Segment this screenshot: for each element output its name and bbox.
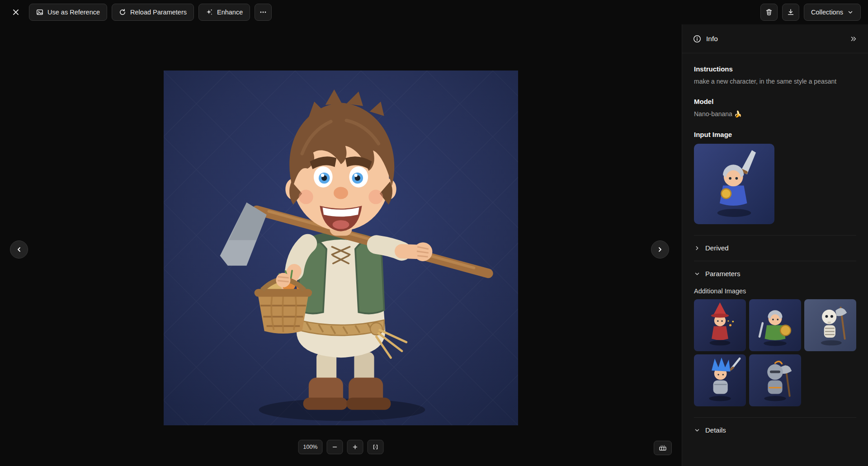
close-icon: [12, 8, 20, 16]
instructions-text: make a new character, in the same style …: [694, 77, 839, 86]
trash-icon: [765, 9, 773, 16]
plus-icon: [352, 444, 358, 450]
enhance-label: Enhance: [217, 9, 243, 16]
derived-section-toggle[interactable]: Derived: [694, 235, 856, 261]
delete-button[interactable]: [760, 4, 778, 21]
minus-icon: [331, 444, 338, 450]
additional-image-gray-knight[interactable]: [749, 354, 801, 406]
model-value: Nano-banana 🍌: [694, 109, 839, 118]
toggle-filmstrip-button[interactable]: [654, 441, 672, 455]
additional-image-wizard[interactable]: [694, 299, 746, 351]
app-window: Use as Reference Reload Parameters Enhan…: [0, 0, 868, 466]
enhance-sparkle-icon: [206, 9, 213, 16]
additional-images-label: Additional Images: [694, 287, 856, 295]
additional-image-skeleton[interactable]: [804, 299, 856, 351]
zoom-level-value: 100%: [303, 444, 318, 450]
additional-image-blue-knight[interactable]: [694, 354, 746, 406]
filmstrip-icon: [659, 444, 667, 452]
chevron-right-icon: [694, 245, 700, 251]
additional-images-grid: [694, 299, 856, 406]
ellipsis-icon: [259, 9, 267, 16]
parameters-label: Parameters: [705, 270, 741, 278]
more-options-button[interactable]: [255, 4, 272, 21]
reload-parameters-label: Reload Parameters: [130, 9, 187, 16]
instructions-label: Instructions: [694, 65, 856, 73]
details-label: Details: [705, 426, 726, 434]
model-label: Model: [694, 98, 856, 105]
close-button[interactable]: [7, 4, 24, 21]
enhance-button[interactable]: Enhance: [198, 4, 250, 21]
previous-image-button[interactable]: [10, 240, 28, 259]
input-image-thumbnail[interactable]: [694, 144, 774, 224]
collections-label: Collections: [811, 9, 843, 16]
derived-label: Derived: [705, 244, 729, 252]
input-image-label: Input Image: [694, 131, 856, 138]
fit-to-screen-button[interactable]: [367, 440, 383, 454]
chevron-down-icon: [847, 9, 854, 15]
info-icon: [693, 35, 701, 43]
zoom-controls: 100%: [298, 440, 384, 454]
fit-brackets-icon: [372, 444, 378, 450]
additional-image-green-knight[interactable]: [749, 299, 801, 351]
reload-parameters-button[interactable]: Reload Parameters: [112, 4, 194, 21]
download-icon: [787, 9, 794, 16]
download-button[interactable]: [782, 4, 799, 21]
double-chevron-right-icon: [850, 35, 857, 42]
image-icon: [36, 9, 43, 16]
zoom-out-button[interactable]: [326, 440, 343, 454]
zoom-level-button[interactable]: 100%: [298, 440, 323, 454]
parameters-section-toggle[interactable]: Parameters: [694, 261, 856, 287]
chevron-right-icon: [656, 246, 664, 253]
info-panel: Info Instructions make a new character, …: [682, 24, 868, 466]
canvas-area: 100%: [0, 24, 682, 466]
use-as-reference-button[interactable]: Use as Reference: [29, 4, 107, 21]
next-image-button[interactable]: [651, 240, 669, 259]
chevron-down-icon: [694, 427, 700, 433]
chevron-left-icon: [15, 246, 23, 253]
panel-title: Info: [706, 35, 718, 43]
use-as-reference-label: Use as Reference: [47, 9, 100, 16]
generated-image-peasant[interactable]: [164, 71, 518, 425]
info-panel-header: Info: [682, 24, 868, 53]
collections-button[interactable]: Collections: [804, 4, 861, 21]
chevron-down-icon: [694, 271, 700, 277]
info-panel-body: Instructions make a new character, in th…: [682, 53, 868, 466]
zoom-in-button[interactable]: [347, 440, 363, 454]
reload-icon: [119, 9, 126, 16]
details-section-toggle[interactable]: Details: [694, 418, 856, 443]
collapse-panel-button[interactable]: [850, 35, 857, 42]
top-toolbar: Use as Reference Reload Parameters Enhan…: [0, 0, 868, 24]
